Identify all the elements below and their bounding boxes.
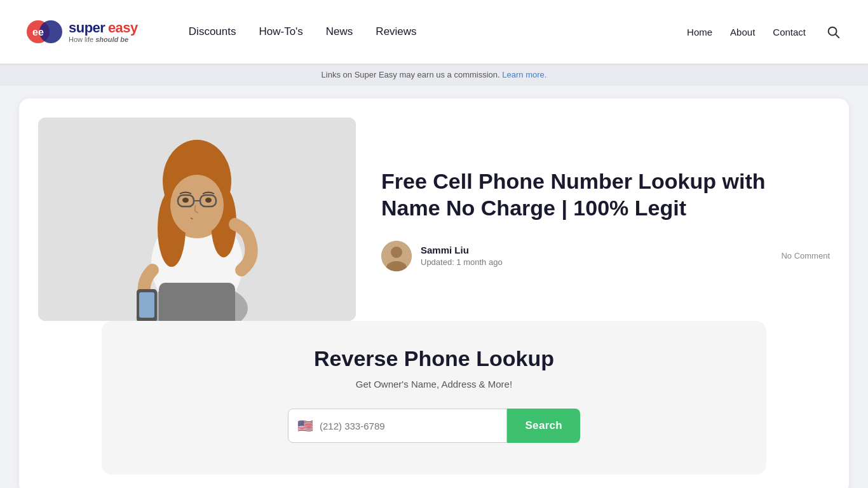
article-hero-image [38, 118, 356, 321]
phone-input-wrapper: 🇺🇸 [288, 409, 507, 443]
site-header: ee super easy How life should be Discoun… [0, 0, 868, 64]
article-meta: Free Cell Phone Number Lookup with Name … [381, 168, 830, 271]
disclaimer-text: Links on Super Easy may earn us a commis… [322, 70, 500, 79]
article-card: Free Cell Phone Number Lookup with Name … [19, 98, 849, 488]
svg-rect-8 [159, 283, 235, 321]
logo-text: super easy How life should be [69, 21, 138, 43]
logo-super-label: super [69, 20, 105, 36]
article-title: Free Cell Phone Number Lookup with Name … [381, 168, 830, 222]
widget-subtitle: Get Owner's Name, Address & More! [121, 379, 747, 390]
nav-discounts[interactable]: Discounts [189, 25, 236, 38]
author-details: Sammi Liu Updated: 1 month ago [421, 245, 503, 267]
disclaimer-bar: Links on Super Easy may earn us a commis… [0, 64, 868, 86]
search-icon [826, 25, 840, 39]
article-header: Free Cell Phone Number Lookup with Name … [38, 118, 830, 321]
svg-point-18 [182, 198, 189, 203]
svg-point-24 [391, 247, 402, 258]
svg-point-20 [190, 217, 210, 232]
search-button[interactable]: Search [507, 409, 580, 443]
reverse-phone-widget: Reverse Phone Lookup Get Owner's Name, A… [102, 321, 766, 475]
right-nav: Home About Contact [687, 22, 843, 41]
svg-text:ee: ee [32, 27, 44, 37]
nav-about[interactable]: About [730, 27, 755, 37]
us-flag-icon: 🇺🇸 [297, 419, 313, 432]
nav-howtos[interactable]: How-To's [259, 25, 302, 38]
main-nav: Discounts How-To's News Reviews [189, 25, 417, 38]
svg-line-4 [836, 34, 839, 37]
logo-icon: ee [25, 13, 64, 51]
main-content: Free Cell Phone Number Lookup with Name … [0, 86, 868, 488]
nav-news[interactable]: News [326, 25, 353, 38]
nav-reviews[interactable]: Reviews [376, 25, 416, 38]
logo-easy-label: easy [108, 20, 138, 36]
author-row: Sammi Liu Updated: 1 month ago No Commen… [381, 241, 830, 271]
nav-home[interactable]: Home [687, 27, 712, 37]
author-updated: Updated: 1 month ago [421, 257, 503, 267]
disclaimer-link[interactable]: Learn more. [502, 70, 546, 79]
svg-rect-22 [139, 292, 154, 318]
phone-search-input[interactable] [320, 421, 498, 431]
logo-tagline: How life should be [69, 36, 138, 43]
search-toggle-button[interactable] [824, 22, 843, 41]
svg-point-19 [205, 198, 212, 203]
phone-search-bar: 🇺🇸 Search [288, 409, 580, 443]
widget-title: Reverse Phone Lookup [121, 346, 747, 371]
nav-contact[interactable]: Contact [773, 27, 806, 37]
site-logo[interactable]: ee super easy How life should be [25, 13, 138, 51]
author-name: Sammi Liu [421, 245, 503, 255]
no-comment-label: No Comment [781, 251, 830, 261]
author-avatar [381, 241, 412, 271]
author-info: Sammi Liu Updated: 1 month ago [381, 241, 503, 271]
